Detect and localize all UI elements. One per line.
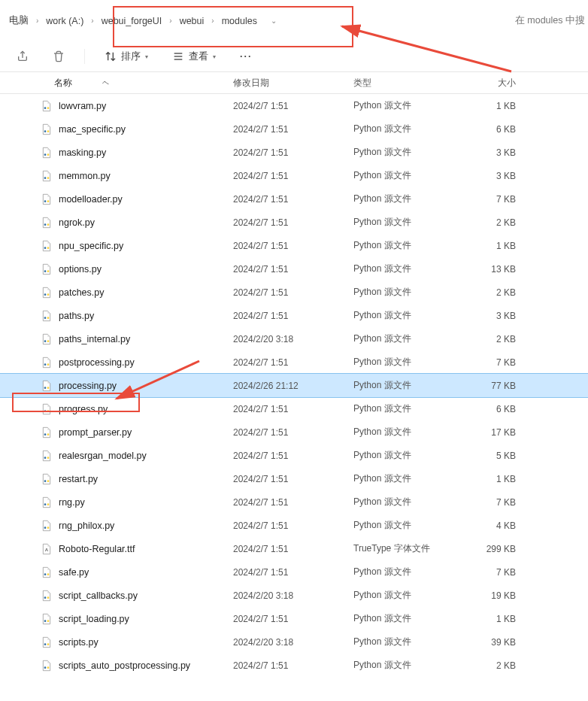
file-row[interactable]: prompt_parser.py2024/2/7 1:51Python 源文件1… (0, 420, 588, 444)
python-file-icon (41, 123, 53, 135)
file-row[interactable]: ARoboto-Regular.ttf2024/2/7 1:51TrueType… (0, 537, 588, 560)
breadcrumb-item[interactable]: 电脑 (3, 14, 35, 27)
svg-point-26 (47, 363, 50, 366)
file-date: 2024/2/7 1:51 (233, 404, 338, 414)
file-row[interactable]: modelloader.py2024/2/7 1:51Python 源文件7 K… (0, 187, 588, 211)
file-row[interactable]: lowvram.py2024/2/7 1:51Python 源文件1 KB (0, 94, 588, 117)
svg-point-6 (47, 130, 50, 132)
file-row[interactable]: safe.py2024/2/7 1:51Python 源文件7 KB (0, 560, 588, 584)
file-date: 2024/2/7 1:51 (233, 357, 338, 368)
file-type: Python 源文件 (353, 332, 451, 345)
file-row[interactable]: mac_specific.py2024/2/7 1:51Python 源文件6 … (0, 117, 588, 141)
file-name: lowvram.py (59, 101, 106, 111)
column-header-name[interactable]: 名称 ヘ (15, 77, 218, 90)
file-row[interactable]: restart.py2024/2/7 1:51Python 源文件1 KB (0, 467, 588, 490)
file-row[interactable]: masking.py2024/2/7 1:51Python 源文件3 KB (0, 141, 588, 164)
file-size: 7 KB (466, 567, 519, 578)
python-file-icon (41, 403, 53, 415)
python-file-icon (41, 426, 53, 439)
file-name: options.py (59, 264, 102, 275)
svg-point-23 (44, 340, 47, 342)
file-size: 2 KB (466, 334, 519, 344)
delete-button[interactable] (47, 47, 71, 65)
svg-point-16 (47, 247, 50, 249)
python-file-icon (41, 287, 53, 299)
file-name: script_callbacks.py (59, 590, 138, 601)
python-file-icon (41, 520, 53, 532)
chevron-down-icon[interactable]: ⌄ (269, 17, 278, 25)
file-size: 5 KB (466, 451, 519, 461)
file-type: Python 源文件 (353, 193, 451, 205)
file-name: rng_philox.py (59, 520, 114, 531)
svg-point-29 (44, 410, 47, 412)
file-row[interactable]: options.py2024/2/7 1:51Python 源文件13 KB (0, 257, 588, 281)
trash-icon (53, 50, 65, 62)
breadcrumb-item[interactable]: work (A:) (40, 16, 89, 26)
address-bar: 电脑›work (A:)›webui_forgeUI›webui›modules… (0, 0, 588, 41)
file-row[interactable]: scripts.py2024/2/20 3:18Python 源文件39 KB (0, 630, 588, 654)
column-header-date[interactable]: 修改日期 (233, 77, 338, 90)
svg-point-21 (44, 317, 47, 319)
python-file-icon (41, 170, 53, 182)
file-row[interactable]: memmon.py2024/2/7 1:51Python 源文件3 KB (0, 164, 588, 187)
python-file-icon (41, 473, 53, 485)
file-date: 2024/2/7 1:51 (233, 287, 338, 298)
file-row[interactable]: npu_specific.py2024/2/7 1:51Python 源文件1 … (0, 234, 588, 257)
file-size: 13 KB (466, 264, 519, 275)
file-type: Python 源文件 (353, 379, 451, 392)
file-name: patches.py (59, 287, 104, 298)
svg-point-18 (47, 270, 50, 272)
file-row[interactable]: paths.py2024/2/7 1:51Python 源文件3 KB (0, 304, 588, 327)
file-name: scripts.py (59, 637, 99, 648)
file-row[interactable]: script_callbacks.py2024/2/20 3:18Python … (0, 584, 588, 607)
sort-button[interactable]: 排序 ▾ (99, 47, 154, 66)
svg-point-42 (44, 573, 47, 575)
svg-point-35 (44, 480, 47, 482)
file-date: 2024/2/7 1:51 (233, 311, 338, 321)
breadcrumb-item[interactable]: webui (174, 16, 211, 26)
svg-point-48 (44, 643, 47, 645)
file-row[interactable]: scripts_auto_postprocessing.py2024/2/7 1… (0, 654, 588, 677)
file-date: 2024/2/20 3:18 (233, 590, 338, 601)
column-header-type[interactable]: 类型 (353, 77, 451, 90)
python-file-icon (41, 636, 53, 648)
file-row[interactable]: script_loading.py2024/2/7 1:51Python 源文件… (0, 607, 588, 630)
sort-indicator-icon: ヘ (102, 78, 109, 88)
search-input[interactable]: 在 modules 中搜 (515, 14, 585, 27)
file-row[interactable]: rng_philox.py2024/2/7 1:51Python 源文件4 KB (0, 514, 588, 537)
breadcrumb-item[interactable]: modules (216, 16, 263, 26)
more-button[interactable]: ··· (234, 48, 258, 65)
python-file-icon (41, 240, 53, 252)
file-row[interactable]: realesrgan_model.py2024/2/7 1:51Python 源… (0, 444, 588, 467)
svg-point-43 (47, 573, 50, 575)
share-button[interactable] (11, 47, 35, 65)
column-header-size[interactable]: 大小 (466, 77, 519, 90)
file-date: 2024/2/7 1:51 (233, 124, 338, 135)
chevron-right-icon: › (89, 17, 95, 25)
file-name: paths.py (59, 311, 94, 321)
file-name: masking.py (59, 147, 106, 158)
python-file-icon (41, 660, 53, 672)
file-row[interactable]: postprocessing.py2024/2/7 1:51Python 源文件… (0, 350, 588, 374)
file-row[interactable]: ngrok.py2024/2/7 1:51Python 源文件2 KB (0, 211, 588, 234)
view-button[interactable]: 查看 ▾ (166, 47, 222, 66)
file-type: Python 源文件 (353, 169, 451, 182)
file-name: restart.py (59, 474, 98, 484)
file-row[interactable]: rng.py2024/2/7 1:51Python 源文件7 KB (0, 490, 588, 514)
file-name: npu_specific.py (59, 241, 123, 251)
python-file-icon (41, 217, 53, 229)
file-date: 2024/2/7 1:51 (233, 474, 338, 484)
file-name: processing.py (59, 381, 117, 391)
file-row[interactable]: processing.py2024/2/26 21:12Python 源文件77… (0, 374, 588, 397)
view-label: 查看 (189, 50, 208, 63)
file-type: Python 源文件 (353, 216, 451, 229)
file-name: realesrgan_model.py (59, 451, 147, 461)
file-size: 1 KB (466, 614, 519, 624)
file-type: Python 源文件 (353, 636, 451, 648)
breadcrumb-item[interactable]: webui_forgeUI (95, 16, 168, 26)
file-row[interactable]: progress.py2024/2/7 1:51Python 源文件6 KB (0, 397, 588, 420)
file-row[interactable]: paths_internal.py2024/2/20 3:18Python 源文… (0, 327, 588, 350)
file-name: paths_internal.py (59, 334, 130, 344)
file-type: Python 源文件 (353, 286, 451, 299)
file-row[interactable]: patches.py2024/2/7 1:51Python 源文件2 KB (0, 281, 588, 304)
